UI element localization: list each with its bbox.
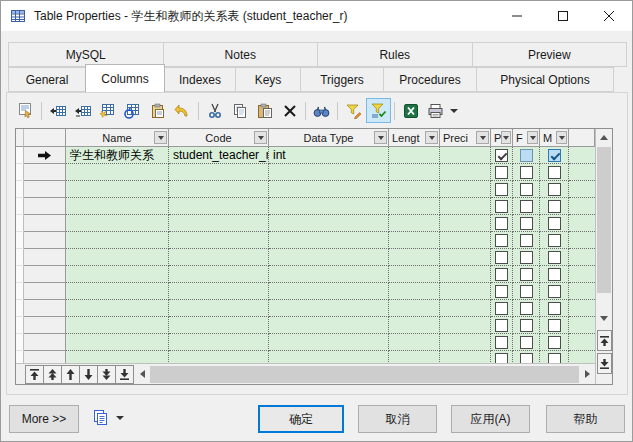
foreign-checkbox[interactable] [520, 217, 533, 230]
cell-mandatory[interactable] [540, 300, 569, 317]
cell-precision[interactable] [440, 147, 491, 164]
scroll-right-button[interactable] [579, 366, 595, 383]
cell-foreign[interactable] [513, 249, 540, 266]
vertical-scroll-thumb[interactable] [597, 147, 611, 293]
cell-length[interactable] [389, 266, 440, 283]
foreign-filter-dropdown[interactable] [527, 131, 538, 144]
tab-preview[interactable]: Preview [472, 42, 628, 67]
print-button[interactable] [423, 98, 448, 123]
foreign-checkbox[interactable] [520, 319, 533, 332]
precision-filter-dropdown[interactable] [476, 131, 489, 144]
cancel-button[interactable]: 取消 [358, 405, 437, 433]
cell-mandatory[interactable] [540, 164, 569, 181]
cell-precision[interactable] [440, 351, 491, 363]
primary-filter-dropdown[interactable] [501, 131, 511, 144]
row-selector[interactable] [24, 334, 66, 351]
tab-triggers[interactable]: Triggers [300, 67, 384, 92]
cell-foreign[interactable] [513, 198, 540, 215]
cell-foreign[interactable] [513, 147, 540, 164]
cell-length[interactable] [389, 164, 440, 181]
primary-checkbox[interactable] [495, 166, 508, 179]
cell-datatype[interactable] [269, 334, 389, 351]
length-filter-dropdown[interactable] [425, 131, 438, 144]
cell-length[interactable] [389, 300, 440, 317]
mandatory-checkbox[interactable] [548, 166, 561, 179]
cell-code[interactable] [169, 334, 269, 351]
row-selector[interactable] [24, 215, 66, 232]
row-selector[interactable] [24, 300, 66, 317]
cell-precision[interactable] [440, 334, 491, 351]
tab-notes[interactable]: Notes [163, 42, 319, 67]
mandatory-checkbox[interactable] [548, 285, 561, 298]
foreign-checkbox[interactable] [520, 302, 533, 315]
mandatory-checkbox[interactable] [548, 149, 561, 162]
cell-name[interactable] [66, 215, 169, 232]
paste-attributes-button[interactable] [145, 98, 170, 123]
row-selector[interactable] [24, 249, 66, 266]
cell-mandatory[interactable] [540, 249, 569, 266]
cell-length[interactable] [389, 317, 440, 334]
column-header-datatype[interactable]: Data Type [269, 129, 389, 147]
add-columns-button[interactable] [95, 98, 120, 123]
horizontal-scroll-thumb[interactable] [150, 366, 579, 383]
cell-foreign[interactable] [513, 266, 540, 283]
cell-datatype[interactable] [269, 215, 389, 232]
cell-length[interactable] [389, 351, 440, 363]
cell-code[interactable] [169, 283, 269, 300]
maximize-button[interactable] [540, 1, 586, 31]
mandatory-checkbox[interactable] [548, 302, 561, 315]
cell-mandatory[interactable] [540, 215, 569, 232]
mandatory-checkbox[interactable] [548, 319, 561, 332]
cell-name[interactable] [66, 351, 169, 363]
cell-primary[interactable] [491, 300, 513, 317]
output-menu[interactable] [93, 409, 124, 427]
mandatory-filter-dropdown[interactable] [556, 131, 567, 144]
primary-checkbox[interactable] [495, 234, 508, 247]
cell-mandatory[interactable] [540, 334, 569, 351]
row-selector[interactable] [24, 232, 66, 249]
row-selector[interactable] [24, 181, 66, 198]
cell-primary[interactable] [491, 351, 513, 363]
insert-row-button[interactable] [45, 98, 70, 123]
column-header-primary[interactable]: P [491, 129, 513, 147]
help-button[interactable]: 帮助 [546, 405, 625, 433]
foreign-checkbox[interactable] [520, 149, 533, 162]
name-filter-dropdown[interactable] [154, 131, 167, 144]
cell-length[interactable] [389, 181, 440, 198]
cell-code[interactable] [169, 300, 269, 317]
cell-precision[interactable] [440, 249, 491, 266]
close-button[interactable] [586, 1, 632, 31]
foreign-checkbox[interactable] [520, 234, 533, 247]
copy-button[interactable] [227, 98, 252, 123]
row-selector[interactable] [24, 198, 66, 215]
cell-precision[interactable] [440, 164, 491, 181]
vertical-scrollbar[interactable] [595, 129, 612, 384]
mandatory-checkbox[interactable] [548, 268, 561, 281]
foreign-checkbox[interactable] [520, 336, 533, 349]
cell-primary[interactable] [491, 198, 513, 215]
cell-precision[interactable] [440, 181, 491, 198]
replicate-columns-button[interactable] [120, 98, 145, 123]
move-last-button[interactable] [115, 365, 134, 384]
scroll-left-button[interactable] [134, 366, 150, 383]
cell-name[interactable] [66, 300, 169, 317]
cell-mandatory[interactable] [540, 181, 569, 198]
row-selector[interactable] [24, 283, 66, 300]
tab-indexes[interactable]: Indexes [164, 67, 236, 92]
cell-mandatory[interactable] [540, 198, 569, 215]
cell-length[interactable] [389, 232, 440, 249]
cell-foreign[interactable] [513, 232, 540, 249]
cell-datatype[interactable] [269, 317, 389, 334]
primary-checkbox[interactable] [495, 285, 508, 298]
foreign-checkbox[interactable] [520, 285, 533, 298]
mandatory-checkbox[interactable] [548, 251, 561, 264]
primary-checkbox[interactable] [495, 302, 508, 315]
cell-code[interactable] [169, 351, 269, 363]
row-selector[interactable] [24, 266, 66, 283]
cell-datatype[interactable] [269, 300, 389, 317]
mandatory-checkbox[interactable] [548, 336, 561, 349]
cell-code[interactable] [169, 198, 269, 215]
primary-checkbox[interactable] [495, 353, 508, 364]
cell-code[interactable] [169, 232, 269, 249]
mandatory-checkbox[interactable] [548, 183, 561, 196]
